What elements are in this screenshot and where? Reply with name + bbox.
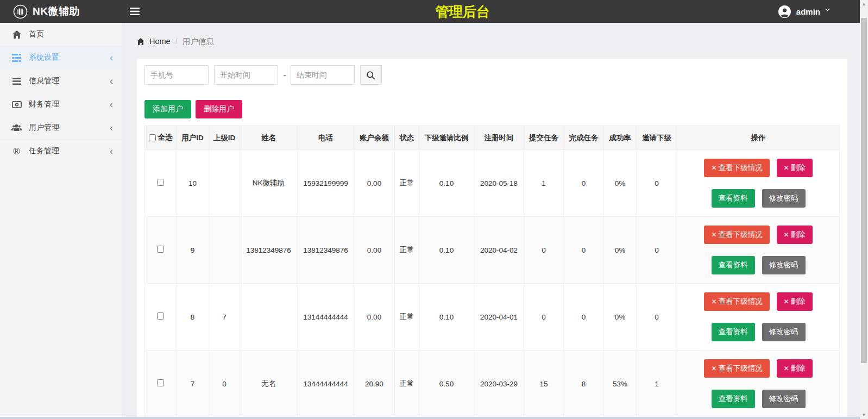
view-profile-button[interactable]: 查看资料 bbox=[712, 189, 755, 208]
row-checkbox[interactable] bbox=[157, 246, 164, 253]
x-icon: ✕ bbox=[711, 298, 716, 305]
date-range-separator: - bbox=[284, 71, 286, 79]
breadcrumb: Home / 用户信息 bbox=[137, 33, 847, 50]
sidebar-item-label: 信息管理 bbox=[29, 76, 59, 86]
user-menu[interactable]: admin bbox=[778, 5, 830, 18]
delete-row-button[interactable]: ✕删除 bbox=[777, 159, 813, 177]
chevron-left-icon: ‹ bbox=[110, 146, 113, 156]
header-select-all: 全选 bbox=[145, 126, 177, 150]
change-password-button[interactable]: 修改密码 bbox=[762, 323, 806, 341]
cell-parent-id bbox=[209, 150, 240, 217]
scroll-up-button[interactable]: ▲ bbox=[860, 0, 868, 8]
cell-success-rate: 0% bbox=[604, 217, 637, 284]
table-row: 9 13812349876 13812349876 0.00 正常 0.10 2… bbox=[145, 217, 840, 284]
sidebar-item-label: 财务管理 bbox=[29, 99, 59, 109]
cell-success-rate: 53% bbox=[604, 351, 637, 417]
delete-row-button[interactable]: ✕删除 bbox=[777, 359, 813, 378]
cell-completed: 8 bbox=[564, 351, 604, 417]
cell-status: 正常 bbox=[395, 150, 419, 217]
scrollbar-thumb[interactable] bbox=[861, 18, 867, 363]
cell-parent-id: 7 bbox=[209, 284, 240, 351]
row-checkbox[interactable] bbox=[157, 379, 164, 386]
change-password-button[interactable]: 修改密码 bbox=[762, 256, 806, 274]
cell-phone: 13144444444 bbox=[298, 284, 354, 351]
cell-user-id: 9 bbox=[177, 217, 209, 284]
chevron-left-icon: ‹ bbox=[110, 76, 113, 86]
header-reg-time: 注册时间 bbox=[474, 126, 524, 150]
brand-logo-icon bbox=[13, 4, 28, 19]
x-icon: ✕ bbox=[784, 365, 789, 372]
delete-row-button[interactable]: ✕删除 bbox=[777, 292, 813, 311]
cell-balance: 0.00 bbox=[354, 217, 395, 284]
delete-user-button[interactable]: 删除用户 bbox=[196, 100, 242, 118]
cell-user-id: 10 bbox=[177, 150, 209, 217]
home-icon bbox=[11, 30, 22, 39]
cell-reg-time: 2020-04-01 bbox=[474, 284, 524, 351]
sidebar-item-home[interactable]: 首页 bbox=[0, 23, 122, 46]
table-row: 8 7 13144444444 0.00 正常 0.10 2020-04-01 … bbox=[145, 284, 840, 351]
sidebar-item-label: 首页 bbox=[29, 29, 44, 39]
row-checkbox[interactable] bbox=[157, 179, 164, 186]
select-all-checkbox[interactable] bbox=[149, 134, 156, 141]
users-icon bbox=[11, 124, 22, 132]
search-button[interactable] bbox=[360, 65, 382, 85]
cell-submitted: 0 bbox=[524, 284, 564, 351]
system-settings-icon bbox=[11, 54, 22, 62]
view-subordinates-button[interactable]: ✕查看下级情况 bbox=[704, 226, 769, 244]
cell-completed: 0 bbox=[564, 284, 604, 351]
brand: NK微辅助 bbox=[0, 4, 122, 19]
header-balance: 账户余额 bbox=[354, 126, 395, 150]
sidebar-item-finance-management[interactable]: 财务管理 ‹ bbox=[0, 93, 122, 116]
cell-balance: 0.00 bbox=[354, 284, 395, 351]
admin-app: NK微辅助 管理后台 admin 首页 bbox=[0, 0, 868, 419]
filter-bar: - bbox=[144, 65, 840, 85]
view-subordinates-button[interactable]: ✕查看下级情况 bbox=[704, 292, 769, 311]
sidebar-item-info-management[interactable]: 信息管理 ‹ bbox=[0, 70, 122, 93]
end-time-input[interactable] bbox=[291, 65, 355, 85]
cell-user-id: 8 bbox=[177, 284, 209, 351]
layout: 首页 系统设置 ‹ 信息管理 ‹ 财务管理 ‹ bbox=[0, 23, 868, 419]
sidebar-item-system-settings[interactable]: 系统设置 ‹ bbox=[0, 46, 122, 70]
chevron-left-icon: ‹ bbox=[110, 123, 113, 133]
vertical-scrollbar[interactable]: ▲ ▼ bbox=[860, 0, 868, 419]
cell-name bbox=[240, 284, 298, 351]
view-profile-button[interactable]: 查看资料 bbox=[712, 256, 755, 274]
header-submitted: 提交任务 bbox=[524, 126, 564, 150]
header-name: 姓名 bbox=[240, 126, 298, 150]
cell-parent-id bbox=[209, 217, 240, 284]
start-time-input[interactable] bbox=[214, 65, 278, 85]
cell-balance: 20.90 bbox=[354, 351, 395, 417]
delete-row-button[interactable]: ✕删除 bbox=[777, 226, 813, 244]
cell-invite-ratio: 0.50 bbox=[419, 351, 474, 417]
bottom-edge bbox=[0, 417, 860, 419]
change-password-button[interactable]: 修改密码 bbox=[762, 189, 806, 208]
x-icon: ✕ bbox=[711, 231, 716, 239]
view-profile-button[interactable]: 查看资料 bbox=[712, 323, 755, 341]
sidebar-item-task-management[interactable]: ® 任务管理 ‹ bbox=[0, 140, 122, 163]
change-password-button[interactable]: 修改密码 bbox=[762, 390, 806, 408]
scroll-down-button[interactable]: ▼ bbox=[860, 411, 868, 419]
view-subordinates-button[interactable]: ✕查看下级情况 bbox=[704, 359, 769, 378]
breadcrumb-home[interactable]: Home bbox=[149, 37, 171, 46]
username: admin bbox=[796, 7, 820, 16]
cell-balance: 0.00 bbox=[354, 150, 395, 217]
sidebar-item-label: 任务管理 bbox=[29, 146, 59, 156]
search-icon bbox=[366, 71, 375, 80]
header-status: 状态 bbox=[395, 126, 419, 150]
view-subordinates-button[interactable]: ✕查看下级情况 bbox=[704, 159, 769, 177]
sidebar-item-user-management[interactable]: 用户管理 ‹ bbox=[0, 116, 122, 140]
header-phone: 电话 bbox=[298, 126, 354, 150]
sidebar-item-label: 用户管理 bbox=[29, 123, 59, 133]
page-title: 管理后台 bbox=[436, 3, 490, 21]
row-checkbox[interactable] bbox=[157, 312, 164, 320]
cell-invite-ratio: 0.10 bbox=[419, 150, 474, 217]
finance-icon bbox=[11, 101, 22, 108]
phone-input[interactable] bbox=[144, 65, 209, 85]
cell-invite-ratio: 0.10 bbox=[419, 284, 474, 351]
view-profile-button[interactable]: 查看资料 bbox=[712, 390, 755, 408]
cell-invited: 0 bbox=[637, 284, 677, 351]
cell-submitted: 15 bbox=[524, 351, 564, 417]
add-user-button[interactable]: 添加用户 bbox=[144, 100, 191, 118]
menu-toggle-button[interactable] bbox=[130, 8, 140, 15]
cell-phone: 13444444444 bbox=[298, 351, 354, 417]
